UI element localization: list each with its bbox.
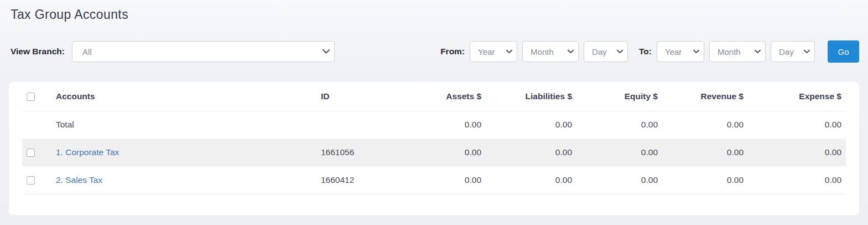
table-header-row: Accounts ID Assets $ Liabilities $ Equit… bbox=[22, 82, 846, 111]
accounts-table: Accounts ID Assets $ Liabilities $ Equit… bbox=[22, 82, 846, 195]
column-header-revenue: Revenue $ bbox=[662, 82, 748, 111]
account-assets: 0.00 bbox=[397, 139, 486, 166]
table-row: 2. Sales Tax 1660412 0.00 0.00 0.00 0.00… bbox=[22, 166, 846, 194]
account-revenue: 0.00 bbox=[662, 139, 748, 166]
account-equity: 0.00 bbox=[576, 166, 662, 194]
account-expense: 0.00 bbox=[748, 139, 846, 166]
from-month-select[interactable]: Month bbox=[522, 41, 579, 62]
column-header-assets: Assets $ bbox=[397, 82, 486, 111]
account-liabilities: 0.00 bbox=[486, 139, 576, 166]
to-year-select-wrap: Year bbox=[657, 41, 704, 62]
account-id: 1661056 bbox=[316, 139, 397, 166]
column-header-id: ID bbox=[316, 82, 397, 111]
to-day-select-wrap: Day bbox=[771, 41, 815, 62]
account-equity: 0.00 bbox=[576, 139, 662, 166]
account-expense: 0.00 bbox=[748, 166, 846, 194]
account-name-cell: 1. Corporate Tax bbox=[51, 139, 316, 166]
to-label: To: bbox=[639, 47, 652, 57]
branch-select[interactable]: All bbox=[72, 41, 335, 62]
total-equity: 0.00 bbox=[576, 111, 662, 139]
select-all-cell bbox=[22, 82, 51, 111]
row-checkbox-cell bbox=[22, 139, 51, 166]
accounts-card: Accounts ID Assets $ Liabilities $ Equit… bbox=[9, 82, 859, 215]
table-row: 1. Corporate Tax 1661056 0.00 0.00 0.00 … bbox=[22, 139, 846, 166]
column-header-expense: Expense $ bbox=[748, 82, 846, 111]
from-month-select-wrap: Month bbox=[522, 41, 579, 62]
total-row: Total 0.00 0.00 0.00 0.00 0.00 bbox=[22, 111, 846, 139]
total-label: Total bbox=[51, 111, 316, 139]
column-header-liabilities: Liabilities $ bbox=[486, 82, 576, 111]
from-year-select[interactable]: Year bbox=[470, 41, 517, 62]
total-assets: 0.00 bbox=[397, 111, 486, 139]
row-checkbox[interactable] bbox=[27, 149, 35, 157]
branch-filter-group: View Branch: All bbox=[11, 41, 335, 62]
to-day-select[interactable]: Day bbox=[771, 41, 815, 62]
from-day-select-wrap: Day bbox=[584, 41, 628, 62]
from-year-select-wrap: Year bbox=[470, 41, 517, 62]
total-revenue: 0.00 bbox=[662, 111, 748, 139]
column-header-accounts: Accounts bbox=[51, 82, 316, 111]
filter-bar: View Branch: All From: Year Month bbox=[0, 40, 868, 63]
page-title: Tax Group Accounts bbox=[0, 0, 868, 22]
total-checkbox-cell bbox=[22, 111, 51, 139]
account-name-cell: 2. Sales Tax bbox=[51, 166, 316, 194]
total-liabilities: 0.00 bbox=[486, 111, 576, 139]
account-link[interactable]: 1. Corporate Tax bbox=[56, 147, 119, 157]
row-checkbox[interactable] bbox=[27, 176, 35, 185]
total-id-cell bbox=[316, 111, 397, 139]
to-month-select[interactable]: Month bbox=[709, 41, 766, 62]
account-assets: 0.00 bbox=[397, 166, 486, 194]
account-id: 1660412 bbox=[316, 166, 397, 194]
go-button[interactable]: Go bbox=[828, 40, 859, 63]
account-liabilities: 0.00 bbox=[486, 166, 576, 194]
account-revenue: 0.00 bbox=[662, 166, 748, 194]
from-label: From: bbox=[440, 47, 465, 57]
from-day-select[interactable]: Day bbox=[584, 41, 628, 62]
view-branch-label: View Branch: bbox=[11, 47, 65, 57]
account-link[interactable]: 2. Sales Tax bbox=[56, 175, 102, 185]
select-all-checkbox[interactable] bbox=[27, 93, 35, 101]
row-checkbox-cell bbox=[22, 166, 51, 194]
column-header-equity: Equity $ bbox=[576, 82, 662, 111]
to-month-select-wrap: Month bbox=[709, 41, 766, 62]
branch-select-wrap: All bbox=[72, 41, 335, 62]
date-filter-group: From: Year Month Day To: bbox=[440, 40, 859, 63]
total-expense: 0.00 bbox=[748, 111, 846, 139]
to-year-select[interactable]: Year bbox=[657, 41, 704, 62]
